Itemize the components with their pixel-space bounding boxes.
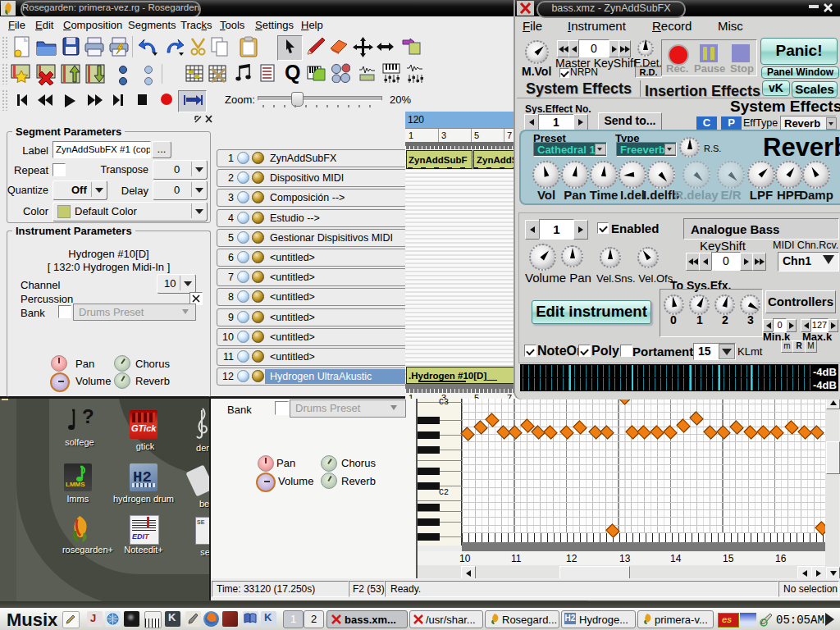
svg-text:?: ? — [82, 405, 94, 427]
